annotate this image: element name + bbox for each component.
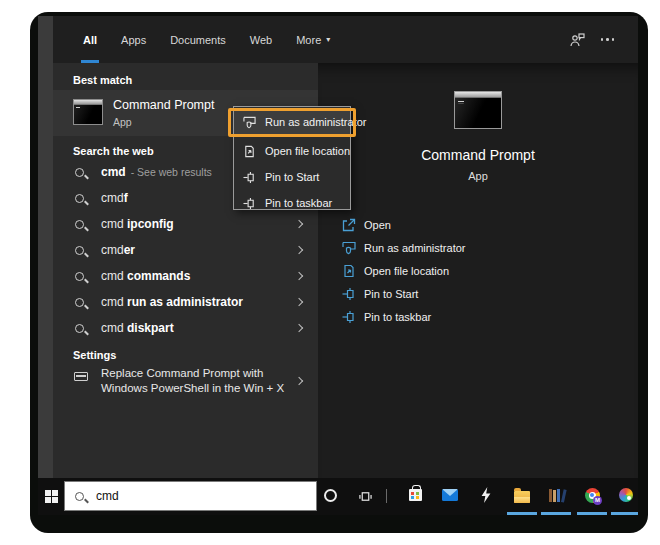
search-icon: [75, 220, 84, 229]
best-match-subtitle: App: [113, 116, 132, 128]
preview-app-subtitle: App: [318, 170, 638, 182]
tab-more[interactable]: More ▾: [296, 16, 330, 63]
suggestion-cmd-diskpart[interactable]: cmd diskpart: [53, 315, 318, 341]
context-pin-to-taskbar[interactable]: Pin to taskbar: [234, 190, 350, 216]
chevron-down-icon: ▾: [326, 35, 330, 44]
preview-app-title: Command Prompt: [318, 147, 638, 163]
desktop-background: [38, 16, 53, 478]
context-open-file-location[interactable]: Open file location: [234, 138, 350, 164]
paint-palette-icon: [619, 488, 633, 502]
taskbar-item-bolt-app[interactable]: [470, 478, 502, 512]
pin-icon: [243, 171, 256, 184]
suggestion-cmder[interactable]: cmder: [53, 237, 318, 263]
best-match-header: Best match: [73, 74, 132, 86]
search-flyout: All Apps Documents Web More ▾: [53, 16, 638, 478]
pin-icon: [342, 310, 356, 324]
windows-screen: All Apps Documents Web More ▾: [38, 16, 638, 515]
microsoft-store-icon: [409, 489, 422, 501]
action-open-file-location[interactable]: Open file location: [318, 259, 638, 282]
action-pin-to-taskbar[interactable]: Pin to taskbar: [318, 305, 638, 328]
taskbar-item-library[interactable]: [540, 478, 572, 512]
context-pin-to-start[interactable]: Pin to Start: [234, 164, 350, 190]
lightning-bolt-icon: [481, 487, 492, 503]
taskbar: M: [38, 478, 638, 515]
run-as-administrator-icon: [243, 116, 256, 129]
best-match-title: Command Prompt: [113, 98, 214, 112]
system-settings-icon: [74, 372, 88, 381]
task-view-icon: [359, 489, 372, 502]
chevron-right-icon[interactable]: [295, 246, 303, 254]
tab-all[interactable]: All: [83, 16, 97, 63]
feedback-icon[interactable]: [570, 33, 585, 47]
action-open[interactable]: Open: [318, 213, 638, 236]
search-input[interactable]: [96, 489, 286, 503]
search-icon: [75, 492, 84, 501]
taskbar-item-cortana[interactable]: [314, 478, 346, 512]
filter-tabs: All Apps Documents Web More ▾: [53, 16, 638, 63]
tab-apps[interactable]: Apps: [121, 16, 146, 63]
taskbar-item-store[interactable]: [399, 478, 431, 512]
context-run-as-administrator[interactable]: Run as administrator: [234, 109, 350, 135]
pin-icon: [243, 197, 256, 210]
chevron-right-icon[interactable]: [295, 220, 303, 228]
start-button[interactable]: [38, 478, 64, 515]
open-app-indicator: [507, 512, 537, 515]
open-app-indicator: [611, 512, 638, 515]
search-icon: [75, 194, 84, 203]
open-file-location-icon: [243, 145, 256, 158]
taskbar-item-task-view[interactable]: [349, 478, 381, 512]
windows-logo-icon: [45, 490, 58, 503]
m-badge-icon: M: [593, 496, 602, 505]
action-run-as-administrator[interactable]: Run as administrator: [318, 236, 638, 259]
search-icon: [75, 168, 84, 177]
mail-icon: [442, 489, 458, 501]
settings-header: Settings: [73, 349, 116, 361]
taskbar-item-chrome[interactable]: M: [576, 478, 608, 512]
action-pin-to-start[interactable]: Pin to Start: [318, 282, 638, 305]
chevron-right-icon[interactable]: [295, 324, 303, 332]
search-icon: [75, 246, 84, 255]
open-icon: [342, 218, 356, 232]
cortana-icon: [324, 489, 337, 502]
more-options-icon[interactable]: [601, 38, 615, 41]
search-filter-bar: All Apps Documents Web More ▾: [53, 16, 638, 63]
library-books-icon: [549, 488, 564, 502]
tab-web[interactable]: Web: [250, 16, 272, 63]
open-app-indicator: [577, 512, 607, 515]
search-the-web-header: Search the web: [73, 145, 154, 157]
command-prompt-icon-large: [454, 91, 502, 129]
settings-item-line1: Replace Command Prompt with: [101, 367, 263, 379]
chevron-right-icon[interactable]: [295, 272, 303, 280]
tab-documents[interactable]: Documents: [170, 16, 226, 63]
screenshot-frame: All Apps Documents Web More ▾: [30, 12, 648, 533]
open-app-indicator: [541, 512, 571, 515]
pin-icon: [342, 287, 356, 301]
taskbar-item-mail[interactable]: [434, 478, 466, 512]
file-explorer-icon: [514, 491, 530, 503]
taskbar-item-file-explorer[interactable]: [506, 478, 538, 512]
tab-more-label: More: [296, 34, 321, 46]
settings-item-line2: Windows PowerShell in the Win + X: [101, 382, 284, 394]
chevron-right-icon[interactable]: [295, 298, 303, 306]
search-icon: [75, 324, 84, 333]
suggestion-cmd-commands[interactable]: cmd commands: [53, 263, 318, 289]
taskbar-search-box[interactable]: [64, 481, 317, 511]
context-menu: Run as administrator Open file location: [233, 106, 351, 210]
run-as-administrator-icon: [342, 241, 356, 255]
open-file-location-icon: [342, 264, 356, 278]
taskbar-divider: [386, 489, 387, 503]
suggestion-cmd-run-as-administrator[interactable]: cmd run as administrator: [53, 289, 318, 315]
search-icon: [75, 272, 84, 281]
settings-item-replace-command-prompt[interactable]: Replace Command Prompt with Windows Powe…: [53, 364, 318, 404]
chevron-right-icon[interactable]: [295, 377, 303, 385]
taskbar-item-paint[interactable]: [610, 478, 638, 512]
search-icon: [75, 298, 84, 307]
command-prompt-icon: [73, 99, 103, 125]
